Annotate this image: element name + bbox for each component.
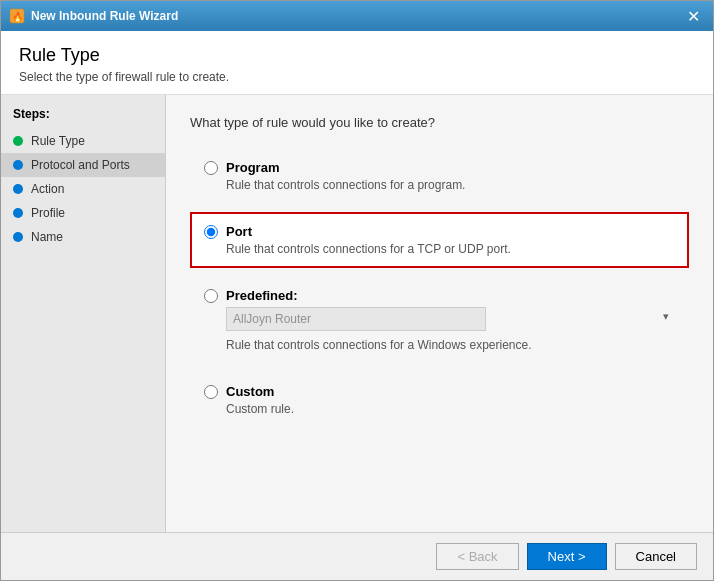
- dot-icon-action: [13, 184, 23, 194]
- label-program[interactable]: Program: [226, 160, 279, 175]
- main-content: What type of rule would you like to crea…: [166, 95, 713, 532]
- dot-icon-rule-type: [13, 136, 23, 146]
- sidebar-label-rule-type: Rule Type: [31, 134, 85, 148]
- radio-custom[interactable]: [204, 385, 218, 399]
- dialog-body: Steps: Rule Type Protocol and Ports Acti…: [1, 95, 713, 532]
- sidebar-item-rule-type[interactable]: Rule Type: [1, 129, 165, 153]
- desc-program: Rule that controls connections for a pro…: [226, 178, 675, 192]
- page-title: Rule Type: [19, 45, 695, 66]
- dialog-footer: < Back Next > Cancel: [1, 532, 713, 580]
- close-button[interactable]: ✕: [681, 4, 705, 28]
- option-port[interactable]: Port Rule that controls connections for …: [190, 212, 689, 268]
- option-predefined[interactable]: Predefined: AllJoyn Router Rule that con…: [190, 276, 689, 364]
- sidebar-label-protocol-ports: Protocol and Ports: [31, 158, 130, 172]
- title-bar-text: New Inbound Rule Wizard: [31, 9, 681, 23]
- desc-predefined: Rule that controls connections for a Win…: [226, 338, 675, 352]
- firewall-icon: 🔥: [9, 8, 25, 24]
- dialog-header: Rule Type Select the type of firewall ru…: [1, 31, 713, 95]
- sidebar-label-name: Name: [31, 230, 63, 244]
- sidebar: Steps: Rule Type Protocol and Ports Acti…: [1, 95, 166, 532]
- desc-port: Rule that controls connections for a TCP…: [226, 242, 675, 256]
- sidebar-label-profile: Profile: [31, 206, 65, 220]
- dot-icon-protocol-ports: [13, 160, 23, 170]
- radio-program[interactable]: [204, 161, 218, 175]
- main-question: What type of rule would you like to crea…: [190, 115, 689, 130]
- label-custom[interactable]: Custom: [226, 384, 274, 399]
- svg-text:🔥: 🔥: [12, 11, 24, 23]
- sidebar-item-protocol-ports[interactable]: Protocol and Ports: [1, 153, 165, 177]
- sidebar-item-action[interactable]: Action: [1, 177, 165, 201]
- option-custom[interactable]: Custom Custom rule.: [190, 372, 689, 428]
- option-group: Program Rule that controls connections f…: [190, 148, 689, 436]
- sidebar-item-profile[interactable]: Profile: [1, 201, 165, 225]
- steps-label: Steps:: [1, 107, 165, 129]
- predefined-select[interactable]: AllJoyn Router: [226, 307, 486, 331]
- title-bar: 🔥 New Inbound Rule Wizard ✕: [1, 1, 713, 31]
- option-program[interactable]: Program Rule that controls connections f…: [190, 148, 689, 204]
- back-button[interactable]: < Back: [436, 543, 518, 570]
- label-port[interactable]: Port: [226, 224, 252, 239]
- predefined-dropdown-wrapper[interactable]: AllJoyn Router: [226, 307, 675, 331]
- label-predefined[interactable]: Predefined:: [226, 288, 298, 303]
- sidebar-item-name[interactable]: Name: [1, 225, 165, 249]
- dot-icon-name: [13, 232, 23, 242]
- cancel-button[interactable]: Cancel: [615, 543, 697, 570]
- next-button[interactable]: Next >: [527, 543, 607, 570]
- page-subtitle: Select the type of firewall rule to crea…: [19, 70, 695, 84]
- radio-predefined[interactable]: [204, 289, 218, 303]
- desc-custom: Custom rule.: [226, 402, 675, 416]
- sidebar-label-action: Action: [31, 182, 64, 196]
- radio-port[interactable]: [204, 225, 218, 239]
- wizard-window: 🔥 New Inbound Rule Wizard ✕ Rule Type Se…: [0, 0, 714, 581]
- dot-icon-profile: [13, 208, 23, 218]
